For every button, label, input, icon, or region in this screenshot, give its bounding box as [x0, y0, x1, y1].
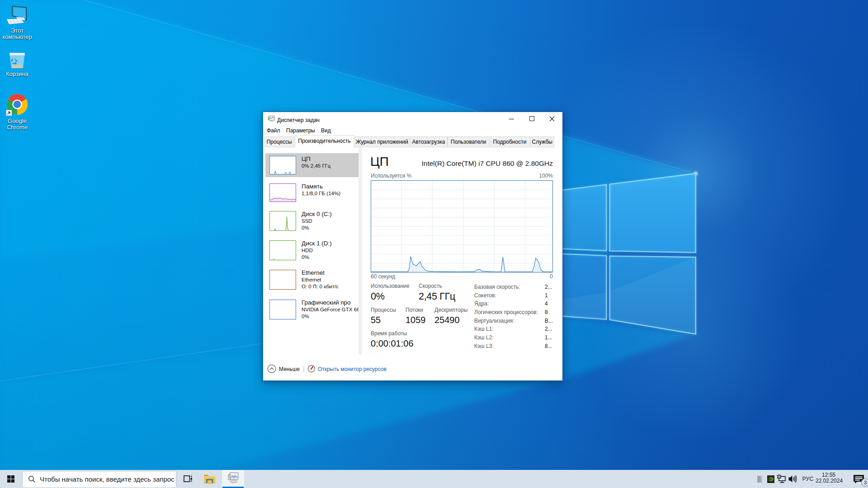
svg-text:3: 3	[864, 480, 867, 485]
